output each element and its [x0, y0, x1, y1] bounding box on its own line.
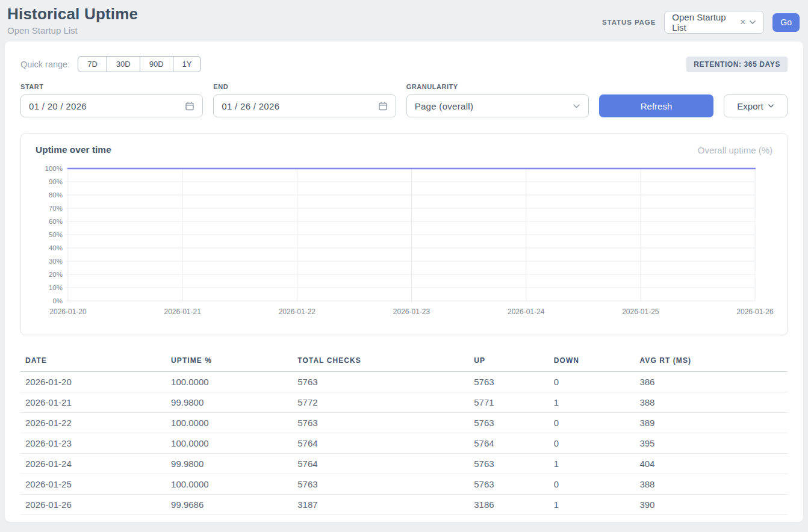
- table-row: 2026-01-2199.9800577257711388: [20, 392, 788, 413]
- table-row: 2026-01-22100.0000576357630389: [20, 413, 788, 433]
- table-row: 2026-01-2699.9686318731861390: [20, 495, 788, 515]
- clear-icon[interactable]: ×: [740, 17, 745, 27]
- chevron-down-icon: [749, 20, 756, 25]
- end-date-field-group: END 01 / 26 / 2026: [213, 83, 396, 117]
- table-cell: 5763: [469, 474, 549, 495]
- granularity-field-group: GRANULARITY Page (overall): [406, 83, 589, 117]
- page-title: Historical Uptime: [7, 5, 138, 23]
- table-cell: 390: [635, 495, 788, 515]
- end-date-input[interactable]: 01 / 26 / 2026: [213, 94, 396, 117]
- table-cell: 100.0000: [166, 413, 293, 433]
- granularity-select[interactable]: Page (overall): [406, 94, 589, 117]
- quick-range-90d-button[interactable]: 90D: [140, 56, 173, 72]
- table-header-cell: UP: [469, 351, 549, 372]
- table-cell: 99.9800: [166, 454, 293, 474]
- filter-row: START 01 / 20 / 2026 END 01 / 26 / 2026 …: [20, 83, 788, 117]
- uptime-line-chart: 0%10%20%30%40%50%60%70%80%90%100%2026-01…: [36, 164, 774, 321]
- table-cell: 5763: [469, 413, 549, 433]
- table-cell: 5763: [293, 413, 469, 433]
- table-cell: 2026-01-24: [20, 454, 166, 474]
- status-page-label: STATUS PAGE: [602, 19, 656, 26]
- quick-range-30d-button[interactable]: 30D: [107, 56, 140, 72]
- table-cell: 5763: [293, 372, 469, 392]
- table-cell: 2026-01-26: [20, 495, 166, 515]
- main-panel: Quick range: 7D30D90D1Y RETENTION: 365 D…: [5, 42, 803, 522]
- table-cell: 5763: [469, 454, 549, 474]
- table-cell: 2026-01-22: [20, 413, 166, 433]
- end-date-label: END: [213, 83, 396, 90]
- table-cell: 5771: [469, 392, 549, 413]
- svg-text:0%: 0%: [52, 297, 63, 305]
- table-cell: 99.9800: [166, 392, 293, 413]
- calendar-icon[interactable]: [378, 101, 388, 111]
- table-cell: 2026-01-21: [20, 392, 166, 413]
- end-date-value: 01 / 26 / 2026: [222, 101, 279, 111]
- table-cell: 1: [549, 495, 635, 515]
- table-cell: 2026-01-25: [20, 474, 166, 495]
- table-cell: 0: [549, 413, 635, 433]
- table-cell: 3186: [469, 495, 549, 515]
- chevron-down-icon: [573, 104, 580, 109]
- page-header: Historical Uptime Open Startup List STAT…: [0, 0, 808, 42]
- table-cell: 1: [549, 392, 635, 413]
- go-button[interactable]: Go: [772, 13, 800, 32]
- table-cell: 3187: [293, 495, 469, 515]
- svg-text:60%: 60%: [49, 218, 63, 225]
- table-cell: 100.0000: [166, 433, 293, 454]
- granularity-label: GRANULARITY: [406, 83, 589, 90]
- table-header-cell: DOWN: [549, 351, 635, 372]
- uptime-table: DATEUPTIME %TOTAL CHECKSUPDOWNAVG RT (MS…: [20, 351, 788, 515]
- quick-range-7d-button[interactable]: 7D: [78, 56, 107, 72]
- svg-text:90%: 90%: [49, 178, 63, 185]
- svg-text:2026-01-24: 2026-01-24: [508, 308, 545, 316]
- table-cell: 404: [635, 454, 788, 474]
- quick-range-1y-button[interactable]: 1Y: [173, 56, 202, 72]
- svg-text:2026-01-20: 2026-01-20: [49, 308, 87, 316]
- page-subtitle: Open Startup List: [7, 25, 138, 36]
- quick-range-label: Quick range:: [20, 60, 70, 69]
- export-button-label: Export: [737, 101, 763, 111]
- refresh-button[interactable]: Refresh: [599, 94, 713, 117]
- chart-title: Uptime over time: [36, 144, 111, 155]
- table-header-cell: UPTIME %: [166, 351, 293, 372]
- table-cell: 5763: [293, 474, 469, 495]
- title-block: Historical Uptime Open Startup List: [7, 5, 138, 36]
- granularity-value: Page (overall): [415, 101, 474, 111]
- svg-text:2026-01-26: 2026-01-26: [736, 308, 774, 316]
- table-header-row: DATEUPTIME %TOTAL CHECKSUPDOWNAVG RT (MS…: [20, 351, 788, 372]
- svg-text:2026-01-21: 2026-01-21: [164, 308, 201, 316]
- export-button[interactable]: Export: [724, 94, 788, 117]
- table-cell: 5764: [469, 433, 549, 454]
- table-cell: 388: [635, 392, 788, 413]
- table-row: 2026-01-25100.0000576357630388: [20, 474, 788, 495]
- table-cell: 5764: [293, 454, 469, 474]
- table-cell: 0: [549, 433, 635, 454]
- table-cell: 5772: [293, 392, 469, 413]
- start-date-label: START: [20, 83, 203, 90]
- svg-text:10%: 10%: [49, 284, 63, 291]
- svg-text:30%: 30%: [49, 258, 63, 265]
- table-cell: 2026-01-23: [20, 433, 166, 454]
- status-page-select[interactable]: Open Startup List ×: [664, 11, 764, 34]
- svg-text:80%: 80%: [49, 191, 63, 199]
- quick-range-row: Quick range: 7D30D90D1Y RETENTION: 365 D…: [20, 56, 788, 72]
- table-header-cell: AVG RT (MS): [635, 351, 788, 372]
- table-cell: 99.9686: [166, 495, 293, 515]
- table-cell: 5763: [469, 372, 549, 392]
- svg-text:40%: 40%: [49, 244, 63, 252]
- start-date-value: 01 / 20 / 2026: [29, 101, 87, 111]
- start-date-input[interactable]: 01 / 20 / 2026: [20, 94, 203, 117]
- svg-text:2026-01-22: 2026-01-22: [279, 308, 316, 316]
- quick-range-group: 7D30D90D1Y: [78, 56, 201, 72]
- svg-text:50%: 50%: [49, 231, 63, 238]
- svg-text:70%: 70%: [49, 205, 63, 212]
- status-page-controls: STATUS PAGE Open Startup List × Go: [602, 11, 800, 34]
- table-cell: 100.0000: [166, 372, 293, 392]
- table-header-cell: TOTAL CHECKS: [293, 351, 469, 372]
- table-cell: 389: [635, 413, 788, 433]
- table-cell: 388: [635, 474, 788, 495]
- uptime-chart-card: Uptime over time Overall uptime (%) 0%10…: [20, 133, 788, 335]
- table-cell: 2026-01-20: [20, 372, 166, 392]
- table-cell: 100.0000: [166, 474, 293, 495]
- calendar-icon[interactable]: [185, 101, 194, 111]
